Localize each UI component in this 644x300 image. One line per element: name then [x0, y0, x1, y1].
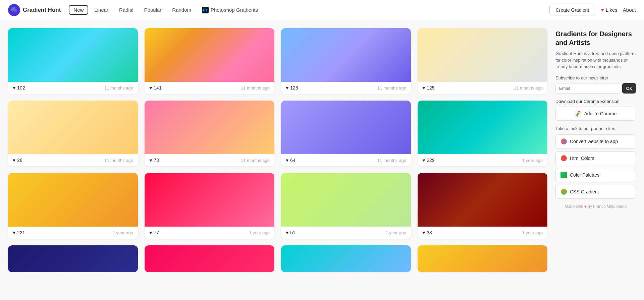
- gradient-time: 1 year ago: [522, 230, 543, 235]
- gradient-card[interactable]: ♥2211 year ago: [8, 173, 138, 239]
- nav-photoshop[interactable]: Ps Photoshop Gradients: [197, 5, 263, 15]
- gradient-swatch: [281, 101, 411, 154]
- heart-icon: ♥: [149, 230, 152, 235]
- gradient-card[interactable]: ♥10211 months ago: [8, 28, 138, 94]
- gradient-card[interactable]: ♥7311 months ago: [145, 101, 274, 166]
- gradient-footer: ♥2811 months ago: [8, 154, 138, 166]
- add-to-chrome-button[interactable]: Add To Chrome: [555, 107, 636, 121]
- gradient-time: 1 year ago: [249, 230, 270, 235]
- nav-random[interactable]: Random: [167, 5, 196, 15]
- heart-icon: ♥: [13, 85, 15, 91]
- gradient-footer: ♥2291 year ago: [418, 154, 547, 166]
- gradient-footer: ♥381 year ago: [418, 227, 547, 239]
- partner-label: Take a look to our partner sites: [555, 126, 636, 131]
- newsletter-form: Ok: [555, 83, 636, 94]
- gradient-time: 11 months ago: [514, 85, 543, 91]
- gradient-card[interactable]: [418, 245, 547, 272]
- heart-icon: ♥: [422, 230, 425, 235]
- gradient-swatch: [418, 173, 547, 227]
- gradient-swatch: [145, 245, 274, 272]
- svg-point-3: [13, 7, 15, 10]
- gradient-likes: ♥141: [149, 85, 162, 91]
- gradient-time: 1 year ago: [522, 158, 543, 163]
- heart-icon: ♥: [13, 158, 15, 163]
- gradient-time: 11 months ago: [377, 85, 406, 91]
- gradient-card[interactable]: ♥12511 months ago: [418, 28, 547, 94]
- gradient-card[interactable]: ♥14111 months ago: [145, 28, 274, 94]
- gradient-likes: ♥102: [13, 85, 25, 91]
- gradient-footer: ♥12511 months ago: [281, 82, 411, 94]
- heart-icon: ♥: [422, 85, 425, 91]
- heart-icon: ♥: [422, 158, 425, 163]
- ok-button[interactable]: Ok: [622, 83, 636, 94]
- gradient-likes: ♥28: [13, 158, 22, 163]
- gradient-time: 1 year ago: [113, 230, 133, 235]
- nav-new[interactable]: New: [69, 5, 88, 15]
- gradient-likes: ♥77: [149, 230, 159, 235]
- gradient-time: 11 months ago: [104, 85, 133, 91]
- heart-icon: ♥: [149, 85, 152, 91]
- made-with-heart: ♥: [584, 204, 588, 209]
- gradient-swatch: [281, 245, 411, 272]
- logo-text: Gradient Hunt: [23, 7, 61, 13]
- partner-html-colors[interactable]: Html Colors: [555, 151, 636, 165]
- email-input[interactable]: [555, 83, 620, 94]
- sidebar: Gradients for Designers and Artists Grad…: [555, 28, 636, 272]
- nav-linear[interactable]: Linear: [90, 5, 113, 15]
- nav-popular[interactable]: Popular: [140, 5, 166, 15]
- gradient-footer: ♥10211 months ago: [8, 82, 138, 94]
- svg-point-9: [561, 189, 567, 195]
- gradient-time: 11 months ago: [377, 158, 406, 163]
- gradient-time: 11 months ago: [241, 158, 270, 163]
- partner-convert-website[interactable]: Convert website to app: [555, 134, 636, 148]
- gradient-card[interactable]: ♥771 year ago: [145, 173, 274, 239]
- convert-website-icon: [560, 138, 567, 145]
- gradient-footer: ♥771 year ago: [145, 227, 274, 239]
- gradient-card[interactable]: ♥511 year ago: [281, 173, 411, 239]
- header: Gradient Hunt New Linear Radial Popular …: [0, 0, 644, 20]
- logo-area[interactable]: Gradient Hunt: [8, 4, 61, 16]
- likes-button[interactable]: ♥ Likes: [601, 7, 618, 13]
- gradient-card[interactable]: ♥2291 year ago: [418, 101, 547, 166]
- gradient-card[interactable]: [8, 245, 138, 272]
- gradient-card[interactable]: ♥381 year ago: [418, 173, 547, 239]
- heart-icon: ♥: [286, 85, 288, 91]
- header-right: Create Gradient ♥ Likes About: [549, 5, 636, 15]
- gradient-swatch: [8, 101, 138, 154]
- nav-radial[interactable]: Radial: [114, 5, 138, 15]
- gradient-swatch: [281, 173, 411, 227]
- main-container: ♥10211 months ago♥14111 months ago♥12511…: [0, 20, 644, 280]
- chrome-icon: [575, 110, 581, 117]
- gradient-swatch: [418, 245, 547, 272]
- heart-icon: ♥: [601, 7, 604, 13]
- gradient-card[interactable]: [281, 245, 411, 272]
- gradient-time: 1 year ago: [386, 230, 406, 235]
- heart-icon: ♥: [13, 230, 15, 235]
- main-nav: New Linear Radial Popular Random Ps Phot…: [69, 5, 549, 15]
- gradient-footer: ♥2211 year ago: [8, 227, 138, 239]
- gradient-footer: ♥7311 months ago: [145, 154, 274, 166]
- gradient-swatch: [145, 101, 274, 154]
- gradient-likes: ♥73: [149, 158, 159, 163]
- gradient-card[interactable]: [145, 245, 274, 272]
- gradient-time: 11 months ago: [104, 158, 133, 163]
- gradient-card[interactable]: ♥2811 months ago: [8, 101, 138, 166]
- gradient-card[interactable]: ♥6411 months ago: [281, 101, 411, 166]
- about-link[interactable]: About: [623, 7, 636, 13]
- partner-css-gradient[interactable]: CSS Gradient: [555, 185, 636, 199]
- gradient-footer: ♥511 year ago: [281, 227, 411, 239]
- newsletter-label: Subscribe to our newsletter: [555, 75, 636, 80]
- partner-color-palettes[interactable]: Color Palettes: [555, 168, 636, 182]
- sidebar-title: Gradients for Designers and Artists: [555, 29, 636, 47]
- css-gradient-icon: [560, 188, 567, 195]
- gradient-time: 11 months ago: [241, 85, 270, 91]
- create-gradient-button[interactable]: Create Gradient: [549, 5, 596, 15]
- gradient-likes: ♥221: [13, 230, 25, 235]
- gradient-swatch: [145, 173, 274, 227]
- color-palettes-icon: [560, 172, 567, 178]
- gradient-likes: ♥51: [286, 230, 296, 235]
- gradient-swatch: [281, 28, 411, 82]
- made-with: Made with ♥ by Franco Maldonado: [555, 204, 636, 209]
- gradient-card[interactable]: ♥12511 months ago: [281, 28, 411, 94]
- gradient-likes: ♥125: [422, 85, 435, 91]
